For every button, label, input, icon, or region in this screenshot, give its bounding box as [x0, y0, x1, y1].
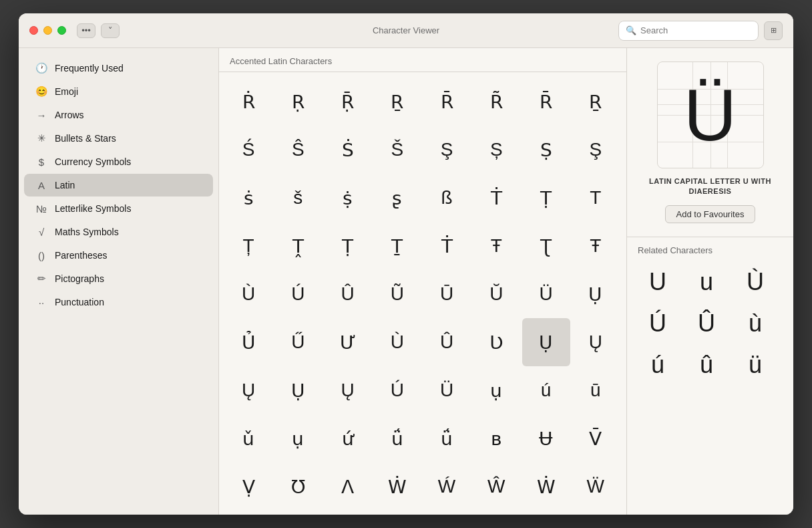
char-cell[interactable]: Ş	[572, 126, 620, 174]
char-cell[interactable]: Ṝ	[324, 78, 372, 126]
char-cell[interactable]: Ù	[373, 318, 421, 366]
sidebar-item-latin[interactable]: ALatin	[24, 174, 213, 196]
char-cell[interactable]: Ṭ	[324, 222, 372, 270]
char-cell[interactable]: Ú	[274, 270, 322, 318]
grid-view-button[interactable]: ⊞	[764, 21, 783, 40]
char-cell[interactable]: Ṭ	[522, 174, 570, 222]
char-cell[interactable]: Ś	[224, 126, 272, 174]
char-cell[interactable]: Ų	[572, 318, 620, 366]
sidebar-item-maths[interactable]: √Maths Symbols	[24, 221, 213, 243]
char-cell[interactable]: Ț	[224, 222, 272, 270]
char-cell[interactable]: Û	[324, 270, 372, 318]
related-char-cell[interactable]: u	[686, 262, 727, 302]
sidebar-item-parentheses[interactable]: ()Parentheses	[24, 244, 213, 267]
search-input[interactable]	[640, 25, 751, 35]
char-cell[interactable]: Ẃ	[423, 463, 471, 511]
char-cell[interactable]: Ủ	[224, 318, 272, 366]
char-cell[interactable]: ū	[572, 366, 620, 414]
char-cell[interactable]: Ṫ	[472, 174, 520, 222]
char-cell[interactable]: ṡ	[224, 174, 272, 222]
char-cell[interactable]: Š	[373, 126, 421, 174]
sidebar-item-letterlike[interactable]: №Letterlike Symbols	[24, 197, 213, 220]
char-cell[interactable]: Ṟ	[572, 78, 620, 126]
char-cell[interactable]: ǘ	[423, 414, 471, 463]
related-char-cell[interactable]: û	[686, 345, 727, 385]
char-cell[interactable]: Ẅ	[572, 463, 620, 511]
char-cell[interactable]: R̄	[522, 78, 570, 126]
char-cell[interactable]: Ư	[324, 318, 372, 366]
char-cell[interactable]: V̄	[572, 414, 620, 463]
char-cell[interactable]: ứ	[324, 414, 372, 463]
char-cell[interactable]: Ṟ	[373, 78, 421, 126]
related-char-cell[interactable]: ú	[638, 345, 678, 385]
char-cell[interactable]: Ẇ	[373, 463, 421, 511]
char-cell[interactable]: ụ	[274, 414, 322, 463]
char-cell[interactable]: Ṙ	[224, 78, 272, 126]
char-cell[interactable]: Ş	[423, 126, 471, 174]
char-cell[interactable]: Ṿ	[224, 463, 272, 511]
char-cell[interactable]: Ụ	[274, 366, 322, 414]
related-char-cell[interactable]: Ù	[735, 262, 775, 302]
char-cell[interactable]: ǔ	[224, 414, 272, 463]
char-cell[interactable]: Ü	[522, 270, 570, 318]
char-cell[interactable]: R̄	[423, 78, 471, 126]
char-cell[interactable]: Ŵ	[472, 463, 520, 511]
related-char-cell[interactable]: U	[638, 262, 678, 302]
char-cell[interactable]: Ű	[274, 318, 322, 366]
char-cell[interactable]: Ʉ	[522, 414, 570, 463]
char-cell[interactable]: Ʌ	[324, 463, 372, 511]
char-cell[interactable]: Ʈ	[522, 222, 570, 270]
char-cell[interactable]: Ú	[373, 366, 421, 414]
search-box[interactable]: 🔍	[618, 21, 759, 41]
char-cell[interactable]: Ŧ	[572, 222, 620, 270]
char-cell[interactable]: Ū	[423, 270, 471, 318]
char-cell[interactable]: ß	[423, 174, 471, 222]
sidebar-item-currency[interactable]: $Currency Symbols	[24, 150, 213, 173]
sidebar-item-frequently-used[interactable]: 🕐Frequently Used	[24, 57, 213, 80]
more-options-button[interactable]: •••	[77, 23, 95, 38]
char-cell[interactable]: Ʊ	[274, 463, 322, 511]
char-cell[interactable]: ǘ	[373, 414, 421, 463]
char-cell[interactable]: Ũ	[373, 270, 421, 318]
char-cell[interactable]: Ü	[423, 366, 471, 414]
char-cell[interactable]: Ụ	[572, 270, 620, 318]
char-cell[interactable]: Û	[423, 318, 471, 366]
add-to-favourites-button[interactable]: Add to Favourites	[665, 205, 756, 223]
minimize-button[interactable]	[43, 26, 52, 35]
related-char-cell[interactable]: Ú	[638, 303, 678, 344]
char-cell[interactable]: ṩ	[324, 174, 372, 222]
char-cell[interactable]: š	[274, 174, 322, 222]
char-cell[interactable]: Ṡ	[324, 126, 372, 174]
related-char-cell[interactable]: ü	[735, 345, 775, 385]
related-char-cell[interactable]: ù	[735, 303, 775, 344]
char-cell[interactable]: Ṱ	[274, 222, 322, 270]
char-cell[interactable]: Ų	[224, 366, 272, 414]
char-cell[interactable]: ụ	[472, 366, 520, 414]
char-cell[interactable]: Ŝ	[274, 126, 322, 174]
char-cell[interactable]: Ṯ	[373, 222, 421, 270]
char-cell[interactable]: Ŧ	[472, 222, 520, 270]
char-cell[interactable]: Ṫ	[423, 222, 471, 270]
sidebar-item-emoji[interactable]: 😊Emoji	[24, 80, 213, 103]
char-grid-scroll[interactable]: ṘṚṜṞR̄R̃R̄ṞŚŜṠŠŞȘṢŞṡšṩʂßṪṬTȚṰṬṮṪŦƮŦÙÚÛŨŪ…	[219, 72, 626, 515]
dropdown-button[interactable]: ˅	[101, 23, 120, 38]
char-cell[interactable]: Ù	[224, 270, 272, 318]
sidebar-item-punctuation[interactable]: ··Punctuation	[24, 291, 213, 313]
sidebar-item-bullets-stars[interactable]: ✳Bullets & Stars	[24, 127, 213, 150]
char-cell[interactable]: R̃	[472, 78, 520, 126]
char-cell[interactable]: Ṛ	[274, 78, 322, 126]
char-cell[interactable]: Ụ	[522, 318, 570, 366]
maximize-button[interactable]	[57, 26, 66, 35]
char-cell[interactable]: ú	[522, 366, 570, 414]
sidebar-item-arrows[interactable]: →Arrows	[24, 104, 213, 126]
char-cell[interactable]: Ŭ	[472, 270, 520, 318]
char-cell[interactable]: Ẇ	[522, 463, 570, 511]
char-cell[interactable]: Ș	[472, 126, 520, 174]
char-cell[interactable]: ʂ	[373, 174, 421, 222]
char-cell[interactable]: Ų	[324, 366, 372, 414]
char-cell[interactable]: ʙ	[472, 414, 520, 463]
char-cell[interactable]: Ʋ	[472, 318, 520, 366]
char-cell[interactable]: T	[572, 174, 620, 222]
sidebar-item-pictographs[interactable]: ✏Pictographs	[24, 267, 213, 290]
related-char-cell[interactable]: Û	[686, 303, 727, 344]
